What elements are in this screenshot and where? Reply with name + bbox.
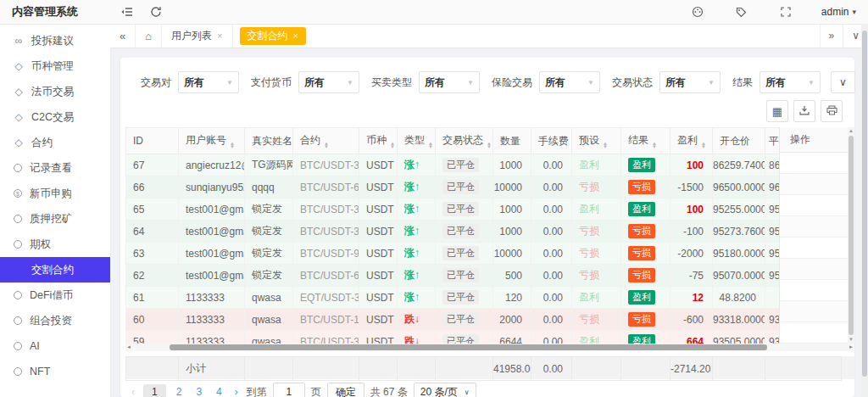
filter-value: 所有	[765, 75, 786, 90]
horizontal-scrollbar[interactable]: ◄ ►	[125, 344, 854, 351]
prev-page-button[interactable]: ‹	[129, 386, 137, 397]
sidebar-item[interactable]: AI	[0, 333, 110, 359]
sidebar-item[interactable]: 记录查看	[0, 155, 110, 181]
print-button[interactable]	[821, 100, 843, 122]
column-header-result[interactable]: 结果▲▼	[621, 128, 670, 154]
page-size-select[interactable]: 20 条/页∨	[414, 383, 476, 397]
collapse-filters-button[interactable]: ∨	[831, 71, 855, 93]
sort-icon[interactable]: ▲▼	[652, 142, 657, 148]
cell-open_price: 93318.0000	[713, 309, 765, 331]
column-header-profit[interactable]: 盈利▲▼	[670, 128, 713, 154]
sidebar-item[interactable]: 组合投资	[0, 308, 110, 333]
scroll-left-icon[interactable]: ◄	[126, 344, 131, 349]
filter-columns-button[interactable]: ▦	[766, 100, 788, 122]
cell-contract: BTC/USDT-60S	[293, 176, 359, 198]
page-number[interactable]: 2	[172, 384, 186, 397]
sidebar-item[interactable]: ∞投拆建议	[0, 28, 110, 53]
filter-select[interactable]: 所有▼	[760, 71, 821, 93]
scroll-up-icon[interactable]: ▲	[849, 127, 854, 135]
collapse-tabs-icon[interactable]: «	[110, 24, 136, 48]
sort-icon[interactable]: ▲▼	[701, 142, 706, 148]
sidebar-item[interactable]: 质押挖矿	[0, 206, 110, 232]
scroll-right-icon[interactable]: ►	[849, 344, 854, 349]
sort-icon[interactable]: ▲▼	[390, 142, 395, 148]
vertical-scrollbar[interactable]: ▲ ▼	[848, 127, 854, 344]
op-column-header: 操作	[780, 127, 848, 153]
preset-text: 亏损	[579, 313, 599, 325]
sort-icon[interactable]: ▲▼	[428, 142, 433, 148]
filter-select[interactable]: 所有▼	[298, 71, 359, 93]
sidebar-item[interactable]: $新币申购	[0, 181, 110, 206]
cell-coin: USDT	[359, 176, 398, 198]
cell-coin: USDT	[359, 243, 398, 265]
admin-menu[interactable]: admin ▾	[821, 6, 856, 18]
cell-coin: USDT	[359, 154, 398, 176]
sidebar-item[interactable]: ◇法币交易	[0, 79, 110, 104]
column-header-status[interactable]: 交易状态▲▼	[436, 128, 493, 154]
vertical-scroll-thumb[interactable]	[849, 136, 854, 335]
filter-select[interactable]: 所有▼	[539, 71, 600, 93]
next-page-button[interactable]: ›	[232, 386, 241, 397]
sort-icon[interactable]: ▲▼	[230, 142, 235, 148]
cell-type: 涨↑	[398, 176, 436, 198]
tabs-more-icon[interactable]: »	[820, 24, 843, 48]
table-row: 62test001@gmail...锁定发BTC/USDT-60SUSDT涨↑已…	[126, 265, 842, 287]
sort-icon[interactable]: ▲▼	[487, 142, 492, 148]
cell-open_price: 86259.7400	[713, 154, 765, 176]
column-header-coin[interactable]: 币种▲▼	[359, 128, 398, 154]
sort-icon[interactable]: ▲▼	[603, 142, 608, 148]
export-button[interactable]	[793, 100, 815, 122]
page-number[interactable]: 3	[192, 384, 206, 397]
column-label: 用户账号	[186, 134, 226, 146]
cell-fee: 0.00	[531, 243, 572, 265]
page-number[interactable]: 4	[212, 384, 226, 397]
sidebar-item[interactable]: ◇C2C交易	[0, 104, 110, 130]
filter-select[interactable]: 所有▼	[419, 71, 480, 93]
column-header-type[interactable]: 类型▲▼	[398, 128, 436, 154]
column-header-preset[interactable]: 预设▲▼	[572, 128, 621, 154]
page-scrollbar[interactable]	[861, 24, 868, 397]
column-label: 盈利	[677, 134, 698, 146]
sidebar-item[interactable]: 交割合约	[0, 257, 110, 282]
column-header-contract[interactable]: 合约▲▼	[293, 128, 359, 154]
cell-contract: BTC/USDT-90S	[293, 243, 359, 265]
cell-status: 已平仓	[436, 243, 493, 265]
cell-amount: 10000	[493, 176, 531, 198]
page-size-value: 20 条/页	[420, 385, 458, 397]
confirm-button[interactable]: 确定	[327, 383, 364, 397]
result-badge: 亏损	[628, 268, 655, 282]
scroll-down-icon[interactable]: ▼	[849, 336, 854, 344]
page-scroll-thumb[interactable]	[862, 31, 867, 377]
sidebar-item[interactable]: DeFi借币	[0, 282, 110, 308]
sidebar-item[interactable]: 期权	[0, 232, 110, 257]
horizontal-scroll-thumb[interactable]	[170, 344, 767, 350]
refresh-icon[interactable]	[147, 3, 164, 20]
close-icon[interactable]: ×	[217, 31, 222, 41]
fullscreen-icon[interactable]	[777, 3, 794, 20]
sidebar-item[interactable]: ◇合约	[0, 130, 110, 155]
filter-field: 交易对所有▼	[141, 71, 239, 93]
close-icon[interactable]: ×	[293, 31, 298, 41]
tab-active[interactable]: 交割合约×	[240, 27, 306, 45]
rise-arrow-icon: 涨↑	[404, 181, 420, 193]
palette-icon[interactable]	[689, 3, 706, 20]
sidebar-item[interactable]: ◇币种管理	[0, 53, 110, 79]
home-icon[interactable]: ⌂	[136, 24, 162, 48]
cell-account: angiecruz12@...	[179, 154, 245, 176]
tag-icon[interactable]	[733, 3, 750, 20]
column-label: 手续费	[538, 135, 569, 147]
goto-page-input[interactable]	[273, 383, 305, 397]
collapse-menu-icon[interactable]	[119, 3, 136, 20]
page-number-active[interactable]: 1	[143, 384, 166, 397]
preset-text: 盈利	[579, 291, 599, 303]
chevron-down-icon: ▼	[347, 79, 353, 87]
filter-select[interactable]: 所有▼	[178, 71, 239, 93]
column-header-account[interactable]: 用户账号▲▼	[179, 128, 245, 154]
sidebar-item[interactable]: NFT	[0, 359, 110, 384]
cell-preset: 亏损	[572, 221, 621, 243]
filter-select[interactable]: 所有▼	[659, 71, 721, 93]
tab[interactable]: 用户列表×	[162, 24, 232, 48]
cell-account: sunqianyu952...	[179, 176, 245, 198]
sort-icon[interactable]: ▲▼	[324, 142, 329, 148]
filter-label: 买卖类型	[371, 75, 412, 90]
